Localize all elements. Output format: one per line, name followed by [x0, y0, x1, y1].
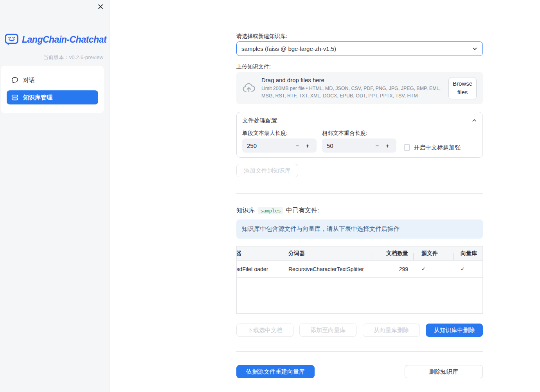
kb-files-prefix: 知识库	[236, 207, 255, 215]
col-header-source-file[interactable]: 源文件	[413, 250, 453, 257]
kb-list-icon	[11, 94, 18, 101]
cell-loader: UnstructuredFileLoader	[237, 266, 282, 272]
chunk-size-decrement-button[interactable]: −	[292, 140, 302, 151]
chunk-size-increment-button[interactable]: +	[302, 140, 313, 151]
uploader-limit-text: Limit 200MB per file • HTML, MD, JSON, C…	[261, 85, 445, 99]
overlap-size-input[interactable]: 50 − +	[322, 138, 396, 153]
col-header-doc-count[interactable]: 文档数量	[371, 250, 413, 257]
sidebar-item-dialogue[interactable]: 对话	[7, 74, 98, 87]
chunk-size-value: 250	[247, 142, 292, 149]
version-label: 当前版本：	[43, 54, 69, 60]
cell-doc-count: 299	[371, 266, 413, 272]
chevron-up-icon	[472, 118, 477, 123]
col-header-splitter[interactable]: 分词器	[282, 250, 371, 257]
info-banner: 知识库中包含源文件与向量库，请从下表中选择文件后操作	[236, 219, 483, 239]
delete-from-kb-button[interactable]: 从知识库中删除	[426, 324, 483, 337]
chevron-down-icon	[472, 46, 478, 52]
delete-kb-button[interactable]: 删除知识库	[405, 365, 483, 378]
uploader-title: Drag and drop files here	[261, 77, 445, 83]
overlap-size-label: 相邻文本重合长度:	[322, 129, 396, 137]
overlap-size-decrement-button[interactable]: −	[372, 140, 382, 151]
sidebar-item-label: 知识库管理	[23, 94, 52, 101]
sidebar-nav: 对话 知识库管理	[1, 66, 104, 113]
version-info: 当前版本：v0.2.6-preview	[43, 54, 103, 61]
kb-select[interactable]: samples (faiss @ bge-large-zh-v1.5)	[236, 41, 483, 56]
zh-title-enhance-field: 开启中文标题加强	[404, 142, 461, 153]
col-header-loader[interactable]: 文档加载器	[237, 250, 282, 257]
kb-actions-row: 依据源文件重建向量库 删除知识库	[236, 365, 483, 378]
chat-bubble-icon	[11, 77, 18, 84]
kb-files-table[interactable]: 文档加载器 分词器 文档数量 源文件 向量库 UnstructuredFileL…	[236, 246, 483, 314]
app-title: LangChain-Chatchat	[22, 34, 106, 45]
cell-vector-store-check: ✓	[453, 266, 482, 272]
overlap-size-value: 50	[327, 142, 372, 149]
chunk-size-field: 单段文本最大长度: 250 − +	[242, 129, 317, 153]
zh-title-enhance-checkbox[interactable]	[404, 144, 410, 151]
app-logo: LangChain-Chatchat	[5, 34, 106, 46]
kb-name-code: samples	[258, 207, 283, 214]
sidebar: LangChain-Chatchat 当前版本：v0.2.6-preview 对…	[0, 0, 110, 392]
upload-label: 上传知识文件:	[236, 63, 483, 70]
download-selected-button[interactable]: 下载选中文档	[236, 324, 293, 337]
sidebar-item-kb-management[interactable]: 知识库管理	[7, 90, 98, 104]
cell-source-file-check: ✓	[413, 266, 453, 272]
sidebar-item-label: 对话	[23, 77, 35, 84]
rebuild-vector-store-button[interactable]: 依据源文件重建向量库	[236, 365, 315, 378]
add-files-to-kb-button[interactable]: 添加文件到知识库	[236, 164, 298, 177]
chunk-size-input[interactable]: 250 − +	[242, 138, 317, 153]
chatchat-logo-icon	[5, 34, 19, 46]
config-controls: 单段文本最大长度: 250 − + 相邻文本重合长度: 50 − + 开启中文标…	[242, 129, 477, 153]
cloud-upload-icon	[242, 81, 256, 95]
browse-files-button[interactable]: Browse files	[448, 77, 477, 99]
cell-splitter: RecursiveCharacterTextSplitter	[282, 266, 371, 272]
file-uploader-dropzone[interactable]: Drag and drop files here Limit 200MB per…	[236, 72, 483, 104]
sidebar-close-icon[interactable]	[97, 3, 104, 10]
table-header-row: 文档加载器 分词器 文档数量 源文件 向量库	[237, 246, 482, 261]
uploader-texts: Drag and drop files here Limit 200MB per…	[261, 77, 448, 99]
delete-from-vector-store-button[interactable]: 从向量库删除	[363, 324, 420, 337]
col-header-vector-store[interactable]: 向量库	[453, 250, 482, 257]
file-actions-row: 下载选中文档 添加至向量库 从向量库删除 从知识库中删除	[236, 324, 483, 337]
add-to-vector-store-button[interactable]: 添加至向量库	[299, 324, 356, 337]
file-config-expander: 文件处理配置 单段文本最大长度: 250 − + 相邻文本重合长度: 50 − …	[236, 112, 483, 158]
divider	[236, 351, 483, 352]
kb-files-heading: 知识库 samples 中已有文件:	[236, 207, 483, 215]
main-content: 请选择或新建知识库: samples (faiss @ bge-large-zh…	[236, 0, 483, 378]
divider	[236, 193, 483, 194]
kb-select-value: samples (faiss @ bge-large-zh-v1.5)	[241, 45, 472, 52]
version-value: v0.2.6-preview	[69, 54, 103, 60]
overlap-size-field: 相邻文本重合长度: 50 − +	[322, 129, 396, 153]
chunk-size-label: 单段文本最大长度:	[242, 129, 317, 137]
overlap-size-increment-button[interactable]: +	[382, 140, 392, 151]
table-row[interactable]: UnstructuredFileLoader RecursiveCharacte…	[237, 261, 482, 278]
kb-files-suffix: 中已有文件:	[286, 207, 319, 215]
expander-title: 文件处理配置	[242, 117, 472, 124]
kb-select-label: 请选择或新建知识库:	[236, 32, 483, 40]
expander-header[interactable]: 文件处理配置	[242, 116, 477, 125]
zh-title-enhance-label: 开启中文标题加强	[414, 144, 461, 151]
